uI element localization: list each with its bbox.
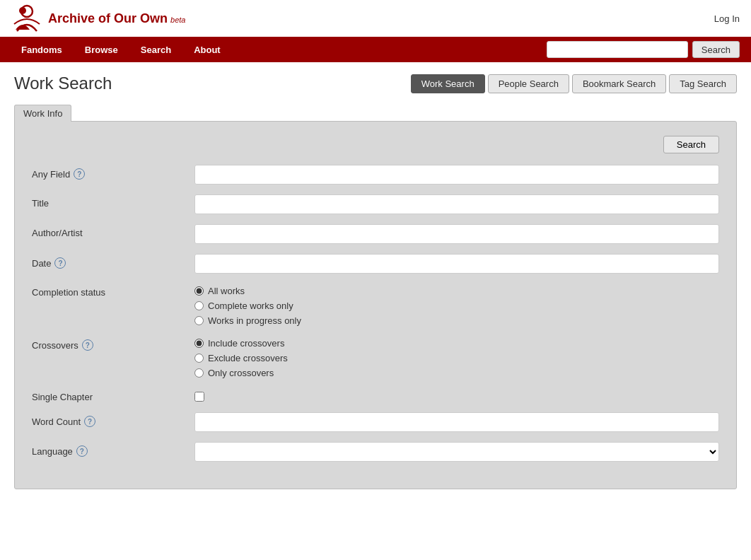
word-count-input-wrapper xyxy=(194,412,719,432)
tab-tag-search[interactable]: Tag Search xyxy=(669,74,737,93)
nav-item-about[interactable]: About xyxy=(184,40,231,59)
crossovers-include[interactable]: Include crossovers xyxy=(194,338,719,349)
single-chapter-checkbox[interactable] xyxy=(194,392,204,402)
author-input-wrapper xyxy=(194,224,719,244)
tab-bookmark-search[interactable]: Bookmark Search xyxy=(572,74,666,93)
single-chapter-row: Single Chapter xyxy=(32,388,719,402)
nav-search-button[interactable]: Search xyxy=(692,41,740,58)
form-search-button[interactable]: Search xyxy=(663,136,719,153)
nav-bar: Fandoms Browse Search About Search xyxy=(0,37,751,62)
any-field-row: Any Field ? xyxy=(32,165,719,185)
completion-all-radio[interactable] xyxy=(194,286,204,296)
date-input-wrapper xyxy=(194,254,719,274)
svg-point-1 xyxy=(19,7,26,14)
work-info-tab[interactable]: Work Info xyxy=(14,105,71,122)
completion-label: Completion status xyxy=(32,284,194,298)
language-label: Language ? xyxy=(32,442,194,457)
crossovers-help-icon[interactable]: ? xyxy=(82,339,93,351)
completion-in-progress[interactable]: Works in progress only xyxy=(194,315,719,326)
single-chapter-checkbox-label[interactable] xyxy=(194,388,719,402)
crossovers-radio-group: Include crossovers Exclude crossovers On… xyxy=(194,336,719,378)
logo-text: Archive of Our Own xyxy=(48,11,168,26)
completion-complete-radio[interactable] xyxy=(194,301,204,310)
beta-badge: beta xyxy=(170,16,185,24)
date-row: Date ? xyxy=(32,254,719,274)
language-help-icon[interactable]: ? xyxy=(76,445,88,457)
language-row: Language ? English Español Français Deut… xyxy=(32,442,719,462)
language-select[interactable]: English Español Français Deutsch 中文 日本語 xyxy=(194,442,719,462)
page-title: Work Search xyxy=(14,74,112,93)
logo-area: Archive of Our Own beta xyxy=(11,4,185,33)
any-field-label: Any Field ? xyxy=(32,165,194,180)
completion-options: All works Complete works only Works in p… xyxy=(194,284,719,326)
title-input-wrapper xyxy=(194,194,719,214)
any-field-input-wrapper xyxy=(194,165,719,185)
login-link[interactable]: Log In xyxy=(714,13,740,24)
crossovers-row: Crossovers ? Include crossovers Exclude … xyxy=(32,336,719,378)
crossovers-exclude-radio[interactable] xyxy=(194,354,204,363)
any-field-input[interactable] xyxy=(194,165,719,185)
single-chapter-field xyxy=(194,388,719,402)
completion-all-works[interactable]: All works xyxy=(194,286,719,296)
word-count-input[interactable] xyxy=(194,412,719,432)
logo-text-group[interactable]: Archive of Our Own beta xyxy=(48,11,185,26)
word-count-help-icon[interactable]: ? xyxy=(84,416,95,427)
crossovers-include-radio[interactable] xyxy=(194,339,204,348)
tab-people-search[interactable]: People Search xyxy=(488,74,569,93)
logo-icon xyxy=(11,4,42,33)
author-row: Author/Artist xyxy=(32,224,719,244)
word-count-label: Word Count ? xyxy=(32,412,194,427)
title-input[interactable] xyxy=(194,194,719,214)
completion-complete-only[interactable]: Complete works only xyxy=(194,301,719,311)
page-header: Work Search Work Search People Search Bo… xyxy=(14,74,737,93)
completion-row: Completion status All works Complete wor… xyxy=(32,284,719,326)
page-content: Work Search Work Search People Search Bo… xyxy=(0,62,751,501)
title-row: Title xyxy=(32,194,719,214)
header-top: Archive of Our Own beta Log In xyxy=(0,0,751,37)
date-help-icon[interactable]: ? xyxy=(54,257,66,269)
nav-search-input[interactable] xyxy=(547,41,688,58)
tab-work-search[interactable]: Work Search xyxy=(411,74,485,93)
crossovers-label: Crossovers ? xyxy=(32,336,194,351)
completion-radio-group: All works Complete works only Works in p… xyxy=(194,284,719,326)
crossovers-only-radio[interactable] xyxy=(194,368,204,378)
author-label: Author/Artist xyxy=(32,224,194,238)
completion-inprogress-radio[interactable] xyxy=(194,316,204,325)
crossovers-only[interactable]: Only crossovers xyxy=(194,368,719,378)
crossovers-exclude[interactable]: Exclude crossovers xyxy=(194,353,719,363)
date-input[interactable] xyxy=(194,254,719,274)
search-tabs: Work Search People Search Bookmark Searc… xyxy=(411,74,737,93)
any-field-help-icon[interactable]: ? xyxy=(74,168,85,180)
nav-item-fandoms[interactable]: Fandoms xyxy=(11,40,72,59)
word-count-row: Word Count ? xyxy=(32,412,719,432)
nav-search-area: Search xyxy=(547,41,740,58)
nav-item-browse[interactable]: Browse xyxy=(75,40,128,59)
form-panel: Search Any Field ? Title Author/Artist xyxy=(14,121,737,489)
author-input[interactable] xyxy=(194,224,719,244)
single-chapter-label: Single Chapter xyxy=(32,388,194,402)
date-label: Date ? xyxy=(32,254,194,269)
crossovers-options: Include crossovers Exclude crossovers On… xyxy=(194,336,719,378)
title-label: Title xyxy=(32,194,194,209)
nav-item-search[interactable]: Search xyxy=(131,40,181,59)
language-select-wrapper: English Español Français Deutsch 中文 日本語 xyxy=(194,442,719,462)
